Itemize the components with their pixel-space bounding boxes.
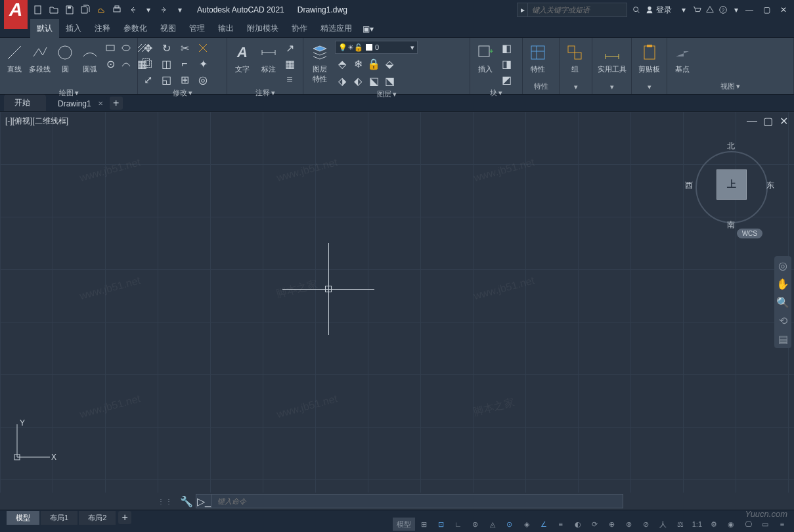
- tab-plus-button[interactable]: +: [110, 97, 123, 110]
- status-anno-icon[interactable]: 人: [655, 518, 671, 531]
- block-attr-icon[interactable]: ◩: [499, 72, 514, 87]
- stretch-icon[interactable]: ⤢: [141, 72, 155, 87]
- drawing-canvas[interactable]: [-][俯视][二维线框] — ▢ ✕ 北 南 西 东 上 WCS ◎ ✋ 🔍 …: [0, 112, 794, 493]
- leader-icon[interactable]: ↗: [282, 41, 297, 55]
- layout-tab-layout1[interactable]: 布局1: [41, 511, 77, 525]
- qat-save-icon[interactable]: [62, 3, 77, 17]
- status-transparency-icon[interactable]: ◐: [570, 518, 586, 531]
- tab-default[interactable]: 默认: [30, 19, 59, 38]
- layer-match-icon[interactable]: ⬙: [382, 56, 397, 71]
- nav-pan-icon[interactable]: ✋: [776, 277, 789, 290]
- layer-lock2-icon[interactable]: 🔒: [366, 56, 381, 71]
- exchange-icon[interactable]: [703, 3, 717, 16]
- status-3dosnap-icon[interactable]: ◈: [519, 518, 535, 531]
- qat-undo-icon[interactable]: [125, 3, 140, 17]
- qat-new-icon[interactable]: [31, 3, 45, 17]
- line-button[interactable]: 直线: [3, 41, 26, 76]
- layer-combo[interactable]: 💡 ☀ 🔓 0 ▾: [335, 41, 418, 54]
- mirror-icon[interactable]: ◫: [159, 56, 173, 71]
- block-create-icon[interactable]: ◧: [499, 41, 514, 55]
- erase-icon[interactable]: [196, 41, 210, 55]
- maximize-icon[interactable]: ▢: [760, 3, 773, 16]
- tab-view[interactable]: 视图: [154, 19, 183, 38]
- insert-block-button[interactable]: 插入: [473, 41, 498, 76]
- ucs-icon[interactable]: Y X: [11, 418, 56, 466]
- cmd-grip-icon[interactable]: ⋮⋮: [158, 498, 173, 505]
- viewport-label[interactable]: [-][俯视][二维线框]: [5, 116, 68, 127]
- qat-cloud-icon[interactable]: [94, 3, 108, 17]
- vc-north[interactable]: 北: [727, 141, 735, 152]
- qat-saveall-icon[interactable]: [78, 3, 93, 17]
- qat-redo-drop-icon[interactable]: ▾: [173, 3, 187, 17]
- nav-orbit-icon[interactable]: ⟲: [776, 314, 789, 327]
- command-input[interactable]: [212, 497, 623, 505]
- mtext-icon[interactable]: ≡: [282, 72, 297, 87]
- minimize-icon[interactable]: —: [743, 3, 756, 16]
- help-drop-icon[interactable]: ▾: [730, 3, 743, 16]
- text-button[interactable]: A文字: [230, 41, 255, 76]
- status-ws-icon[interactable]: ◉: [723, 518, 739, 531]
- tab-manage[interactable]: 管理: [183, 19, 211, 38]
- polyline-button[interactable]: 多段线: [28, 41, 52, 76]
- block-edit-icon[interactable]: ◨: [499, 56, 514, 71]
- point-icon[interactable]: ⊙: [103, 56, 118, 71]
- search-input[interactable]: [528, 6, 627, 14]
- tab-close-icon[interactable]: ✕: [98, 100, 103, 107]
- status-dyn-icon[interactable]: ⊕: [604, 518, 620, 531]
- status-qp-icon[interactable]: ⊗: [621, 518, 637, 531]
- tab-addins[interactable]: 附加模块: [240, 19, 285, 38]
- array-icon[interactable]: ⊞: [177, 72, 192, 87]
- layout-tab-layout2[interactable]: 布局2: [79, 511, 116, 525]
- nav-showmotion-icon[interactable]: ▤: [776, 332, 789, 345]
- file-tab-start[interactable]: 开始: [4, 95, 46, 111]
- clipboard-button[interactable]: 剪贴板: [634, 41, 664, 76]
- qat-plot-icon[interactable]: [110, 3, 124, 17]
- circle-button[interactable]: 圆: [53, 41, 77, 76]
- status-annoscale-icon[interactable]: ⚖: [673, 518, 688, 531]
- user-icon[interactable]: [643, 3, 656, 16]
- copy-icon[interactable]: ⿻: [141, 56, 155, 71]
- file-tab-drawing1[interactable]: Drawing1✕: [47, 97, 107, 111]
- vc-top-face[interactable]: 上: [717, 169, 747, 200]
- layer-freeze-icon[interactable]: ❄: [351, 56, 365, 71]
- tab-annotate[interactable]: 注释: [88, 19, 117, 38]
- search-caret-icon[interactable]: ▸: [518, 3, 528, 17]
- layer-on-icon[interactable]: ⬖: [351, 74, 365, 88]
- tab-collab[interactable]: 协作: [285, 19, 314, 38]
- arc-button[interactable]: 圆弧: [78, 41, 102, 76]
- status-clean-icon[interactable]: ▭: [757, 518, 773, 531]
- tab-featured[interactable]: 精选应用: [314, 19, 359, 38]
- status-polar-icon[interactable]: ⊛: [468, 518, 483, 531]
- spline-icon[interactable]: [119, 56, 133, 71]
- layout-plus-button[interactable]: +: [118, 511, 131, 524]
- tab-overflow-icon[interactable]: ▣▾: [359, 24, 377, 33]
- status-gear-icon[interactable]: ⚙: [706, 518, 722, 531]
- vc-west[interactable]: 西: [685, 180, 693, 191]
- table-icon[interactable]: ▦: [282, 56, 297, 71]
- fillet-icon[interactable]: ⌐: [177, 56, 192, 71]
- explode-icon[interactable]: ✦: [196, 56, 210, 71]
- cmd-customize-icon[interactable]: 🔧: [180, 495, 193, 508]
- wcs-badge[interactable]: WCS: [737, 229, 762, 238]
- status-cycle-icon[interactable]: ⟳: [587, 518, 603, 531]
- utilities-button[interactable]: 实用工具: [595, 41, 629, 76]
- layer-thaw-icon[interactable]: ⬕: [366, 74, 381, 88]
- viewcube[interactable]: 北 南 西 东 上: [689, 138, 774, 223]
- vc-east[interactable]: 东: [766, 180, 774, 191]
- login-drop-icon[interactable]: ▾: [677, 3, 690, 16]
- qat-undo-drop-icon[interactable]: ▾: [141, 3, 156, 17]
- status-monitor-icon[interactable]: 🖵: [740, 518, 756, 531]
- group-button[interactable]: 组: [562, 41, 587, 76]
- cmd-prompt-icon[interactable]: ▷_: [196, 495, 212, 508]
- login-label[interactable]: 登录: [656, 5, 672, 16]
- vp-close-icon[interactable]: ✕: [777, 114, 790, 127]
- tab-parametric[interactable]: 参数化: [117, 19, 154, 38]
- scale-icon[interactable]: ◱: [159, 72, 173, 87]
- status-grid-icon[interactable]: ⊞: [416, 518, 432, 531]
- dim-button[interactable]: 标注: [256, 41, 281, 76]
- properties-button[interactable]: 特性: [525, 41, 550, 76]
- close-icon[interactable]: ✕: [777, 3, 790, 16]
- status-otrack-icon[interactable]: ∠: [536, 518, 552, 531]
- qat-open-icon[interactable]: [47, 3, 61, 17]
- status-osnap-icon[interactable]: ⊙: [502, 518, 518, 531]
